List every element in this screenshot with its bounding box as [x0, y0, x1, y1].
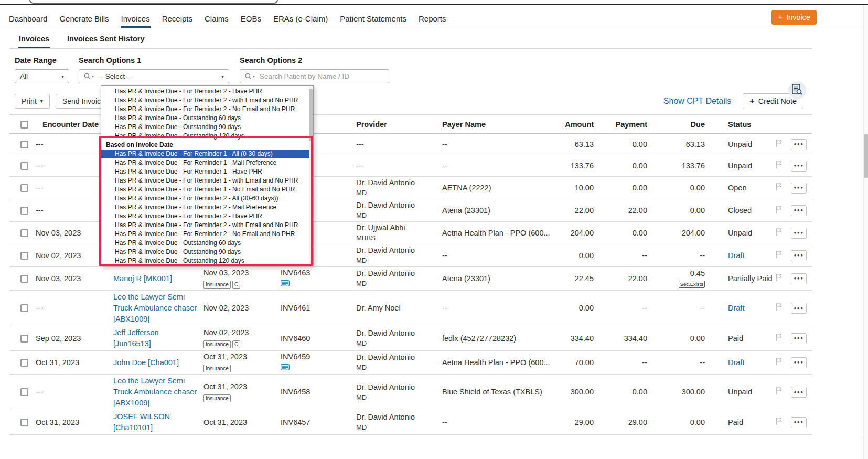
nav-item-receipts[interactable]: Receipts: [162, 7, 193, 28]
row-checkbox[interactable]: [20, 304, 28, 312]
dropdown-option[interactable]: Has PR & Invoice Due - Outstanding 90 da…: [101, 123, 313, 132]
tab-invoices-sent-history[interactable]: Invoices Sent History: [66, 35, 145, 48]
patient-link[interactable]: [Cha10101]: [113, 422, 195, 433]
nav-item-eras-e-claim[interactable]: ERAs (e-Claim): [273, 7, 328, 28]
flag-icon[interactable]: [776, 228, 782, 239]
flag-icon[interactable]: [776, 139, 782, 150]
row-actions-button[interactable]: ●●●: [791, 183, 807, 194]
row-actions-button[interactable]: ●●●: [791, 333, 807, 344]
patient-link[interactable]: Jeff Jefferson: [113, 327, 195, 338]
patient-link[interactable]: Leo the Lawyer Semi: [113, 292, 195, 303]
row-actions-button[interactable]: ●●●: [791, 357, 807, 368]
flag-icon[interactable]: [776, 387, 782, 398]
dropdown-option[interactable]: Has PR & Invoice Due - For Reminder 2 - …: [101, 105, 313, 114]
row-checkbox[interactable]: [20, 162, 28, 170]
date-range-select[interactable]: All ▾: [15, 69, 69, 83]
dropdown-option[interactable]: Has PR & Invoice Due - For Reminder 2 - …: [101, 87, 313, 96]
patient-link[interactable]: Leo the Lawyer Semi: [113, 376, 195, 387]
new-invoice-button[interactable]: + Invoice: [771, 10, 817, 25]
page-scrollbar-thumb[interactable]: [864, 134, 868, 178]
header-status[interactable]: Status: [707, 115, 771, 134]
dropdown-option[interactable]: Has PR & Invoice Due - For Reminder 2 - …: [101, 96, 313, 105]
row-actions-button[interactable]: ●●●: [791, 139, 807, 150]
select-all-checkbox[interactable]: [20, 121, 28, 129]
nav-item-patient-statements[interactable]: Patient Statements: [339, 7, 407, 28]
flag-icon[interactable]: [776, 333, 782, 344]
header-amount[interactable]: Amount: [535, 115, 596, 134]
dropdown-option[interactable]: Has PR & Invoice Due - For Reminder 2 - …: [101, 230, 313, 239]
flag-icon[interactable]: [776, 273, 782, 284]
dropdown-option[interactable]: Has PR & Invoice Due - For Reminder 2 - …: [101, 203, 313, 212]
status-text[interactable]: Draft: [728, 304, 744, 312]
row-actions-button[interactable]: ●●●: [791, 250, 807, 261]
header-encounter-date[interactable]: Encounter Date: [31, 115, 109, 134]
invoice-number[interactable]: INV6461: [281, 303, 343, 313]
header-payment[interactable]: Payment: [596, 115, 649, 134]
flag-icon[interactable]: [776, 417, 782, 428]
row-actions-button[interactable]: ●●●: [791, 417, 807, 428]
dropdown-option[interactable]: Has PR & Invoice Due - For Reminder 1 - …: [101, 176, 313, 185]
search-options1-select[interactable]: ▾ -- Select -- ▾: [79, 69, 229, 83]
dropdown-option[interactable]: Has PR & Invoice Due - For Reminder 1 - …: [101, 185, 313, 194]
invoice-number[interactable]: INV6463: [281, 268, 343, 278]
dropdown-option-selected[interactable]: Has PR & Invoice Due - For Reminder 1 - …: [101, 150, 313, 158]
patient-link[interactable]: [ABX1009]: [113, 314, 195, 325]
row-checkbox[interactable]: [20, 184, 28, 192]
invoice-number[interactable]: INV6458: [281, 387, 343, 397]
dropdown-scrollbar-thumb[interactable]: [309, 89, 313, 141]
flag-icon[interactable]: [776, 250, 782, 261]
header-due[interactable]: Due: [649, 115, 707, 134]
patient-link[interactable]: Truck Ambulance chaser: [113, 387, 195, 398]
dropdown-option[interactable]: Has PR & Invoice Due - For Reminder 1 - …: [101, 167, 313, 176]
tab-invoices[interactable]: Invoices: [18, 35, 50, 48]
print-button[interactable]: Print ▾: [15, 94, 50, 109]
dropdown-option[interactable]: Has PR & Invoice Due - Outstanding 60 da…: [101, 239, 313, 248]
dropdown-option[interactable]: Has PR & Invoice Due - For Reminder 2 - …: [101, 221, 313, 230]
show-cpt-details-link[interactable]: Show CPT Details: [663, 97, 732, 106]
patient-link[interactable]: [ABX1009]: [113, 398, 195, 409]
flag-icon[interactable]: [776, 205, 782, 216]
row-actions-button[interactable]: ●●●: [791, 273, 807, 284]
dropdown-option[interactable]: Has PR & Invoice Due - Outstanding 90 da…: [101, 248, 313, 257]
header-provider[interactable]: Provider: [347, 115, 435, 134]
row-checkbox[interactable]: [20, 359, 28, 367]
row-checkbox[interactable]: [20, 275, 28, 283]
invoice-number[interactable]: INV6459: [281, 352, 343, 362]
row-checkbox[interactable]: [20, 229, 28, 237]
nav-item-generate-bills[interactable]: Generate Bills: [59, 7, 109, 28]
flag-icon[interactable]: [776, 357, 782, 368]
flag-icon[interactable]: [776, 303, 782, 314]
row-actions-button[interactable]: ●●●: [791, 228, 807, 239]
row-actions-button[interactable]: ●●●: [791, 387, 807, 398]
row-actions-button[interactable]: ●●●: [791, 205, 807, 216]
row-actions-button[interactable]: ●●●: [791, 303, 807, 314]
status-text[interactable]: Draft: [728, 358, 744, 367]
flag-icon[interactable]: [776, 161, 782, 172]
row-checkbox[interactable]: [20, 419, 28, 426]
dropdown-option[interactable]: Has PR & Invoice Due - For Reminder 1 - …: [101, 158, 313, 167]
row-actions-button[interactable]: ●●●: [791, 161, 807, 172]
patient-link[interactable]: Truck Ambulance chaser: [113, 303, 195, 314]
patient-search-input[interactable]: [260, 72, 384, 80]
dropdown-option[interactable]: Has PR & Invoice Due - Outstanding 120 d…: [101, 257, 313, 265]
patient-link[interactable]: JOSEF WILSON: [113, 411, 195, 422]
invoice-report-button[interactable]: [788, 81, 806, 99]
patient-link[interactable]: John Doe [Cha001]: [113, 357, 195, 368]
invoice-number[interactable]: INV6457: [281, 418, 343, 428]
patient-link[interactable]: [Jun16513]: [113, 338, 195, 349]
flag-icon[interactable]: [776, 183, 782, 194]
dropdown-option[interactable]: Has PR & Invoice Due - For Reminder 2 - …: [101, 194, 313, 203]
dropdown-option[interactable]: Has PR & Invoice Due - Outstanding 60 da…: [101, 114, 313, 123]
row-checkbox[interactable]: [20, 141, 28, 148]
nav-item-eobs[interactable]: EOBs: [240, 7, 262, 28]
invoice-number[interactable]: INV6460: [281, 334, 343, 344]
dropdown-option[interactable]: Has PR & Invoice Due - Outstanding 120 d…: [101, 132, 313, 141]
status-text[interactable]: Draft: [728, 251, 744, 260]
row-checkbox[interactable]: [20, 252, 28, 260]
nav-item-claims[interactable]: Claims: [204, 7, 229, 28]
row-checkbox[interactable]: [20, 388, 28, 396]
row-checkbox[interactable]: [20, 335, 28, 343]
nav-item-invoices[interactable]: Invoices: [121, 7, 151, 28]
nav-item-reports[interactable]: Reports: [418, 7, 447, 28]
page-scrollbar[interactable]: [863, 5, 868, 459]
